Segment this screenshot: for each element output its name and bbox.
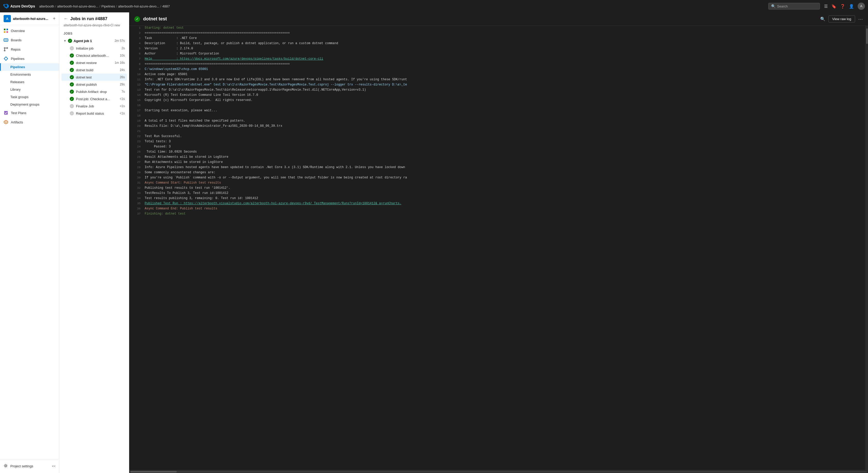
log-line: 9C:\windows\system32\chcp.com 65001 bbox=[129, 67, 865, 72]
svg-point-14 bbox=[5, 465, 6, 467]
log-line-number: 29 bbox=[132, 171, 141, 174]
breadcrumb-run[interactable]: 4887 bbox=[162, 4, 170, 8]
log-vertical-scrollbar[interactable] bbox=[865, 26, 868, 470]
report-build-job-duration: <1s bbox=[120, 111, 125, 115]
log-search-icon[interactable]: 🔍 bbox=[820, 16, 826, 22]
sidebar-subitem-library[interactable]: Library bbox=[0, 86, 59, 93]
test-plans-icon bbox=[4, 110, 8, 115]
log-line-number: 11 bbox=[132, 78, 141, 81]
log-line-number: 2 bbox=[132, 31, 141, 35]
agent-job-group-header[interactable]: ▼ ✓ Agent job 1 2m 57s bbox=[61, 37, 127, 45]
log-line-text: Some commonly encountered changes are: bbox=[145, 171, 862, 174]
log-line-text: C:\windows\system32\chcp.com 65001 bbox=[145, 67, 862, 71]
log-line: 18 bbox=[129, 113, 865, 119]
log-horizontal-scrollbar[interactable] bbox=[129, 470, 868, 473]
log-line-number: 25 bbox=[132, 150, 141, 154]
sidebar-item-pipelines-parent[interactable]: Pipelines bbox=[0, 54, 59, 63]
initialize-job-name: Initialize job bbox=[76, 46, 119, 50]
svg-rect-1 bbox=[6, 29, 8, 30]
job-item-finalize[interactable]: ○ Finalize Job <1s bbox=[61, 102, 127, 110]
sidebar-item-artifacts[interactable]: Artifacts bbox=[0, 117, 59, 127]
sidebar-subitem-task-groups[interactable]: Task groups bbox=[0, 93, 59, 101]
job-item-dotnet-build[interactable]: ✓ dotnet build 24s bbox=[61, 66, 127, 74]
search-box[interactable]: 🔍 bbox=[768, 3, 820, 9]
job-item-post-checkout[interactable]: ✓ Post-job: Checkout a... <1s bbox=[61, 95, 127, 102]
log-line: 8=======================================… bbox=[129, 62, 865, 67]
log-line-number: 19 bbox=[132, 119, 141, 123]
agent-job-status-icon: ✓ bbox=[68, 39, 72, 43]
collapse-sidebar-icon[interactable]: << bbox=[52, 465, 56, 468]
sidebar-item-repos[interactable]: Repos bbox=[0, 45, 59, 54]
job-item-dotnet-test[interactable]: ✓ dotnet test 26s bbox=[61, 74, 127, 81]
log-line-text[interactable]: Published Test Run : https://alterbooth.… bbox=[145, 202, 862, 205]
log-line-text: Version : 2.174.0 bbox=[145, 47, 862, 50]
breadcrumb-pipelines[interactable]: Pipelines bbox=[101, 4, 115, 8]
log-line: 34Test results publishing 3, remaining: … bbox=[129, 196, 865, 201]
sidebar-project-settings[interactable]: Project settings << bbox=[0, 461, 59, 471]
job-item-report-build[interactable]: ○ Report build status <1s bbox=[61, 110, 127, 117]
breadcrumb-project[interactable]: alterbooth-hol-azure-devo... bbox=[57, 4, 98, 8]
avatar[interactable]: A bbox=[858, 3, 865, 10]
search-input[interactable] bbox=[777, 4, 817, 8]
sidebar-item-boards[interactable]: Boards bbox=[0, 35, 59, 45]
sidebar-subitem-environments[interactable]: Environments bbox=[0, 71, 59, 78]
jobs-panel-subtitle: alterbooth-hol-azure-devops-r9vd-CI new bbox=[59, 24, 129, 30]
svg-rect-3 bbox=[6, 31, 8, 33]
log-line-number: 6 bbox=[132, 52, 141, 55]
job-item-initialize[interactable]: ○ Initialize job 2s bbox=[61, 45, 127, 52]
log-line-number: 1 bbox=[132, 26, 141, 29]
breadcrumb-org[interactable]: alterbooth bbox=[39, 4, 54, 8]
log-content[interactable]: 1Starting: dotnet test2=================… bbox=[129, 26, 865, 470]
sidebar-subitem-releases-label: Releases bbox=[10, 80, 24, 84]
log-line-number: 24 bbox=[132, 145, 141, 148]
sidebar-item-test-plans-label: Test Plans bbox=[11, 111, 56, 115]
log-panel: ✓ dotnet test 🔍 View raw log ⋯ 1Starting… bbox=[129, 12, 868, 473]
log-line-number: 37 bbox=[132, 212, 141, 215]
sidebar-item-test-plans[interactable]: Test Plans bbox=[0, 108, 59, 117]
bookmark-icon[interactable]: 🔖 bbox=[831, 4, 836, 9]
log-line: 16 bbox=[129, 103, 865, 108]
sidebar-subitem-releases[interactable]: Releases bbox=[0, 78, 59, 86]
report-build-job-name: Report build status bbox=[76, 111, 118, 115]
log-line-number: 34 bbox=[132, 197, 141, 200]
log-scrollbar-thumb[interactable] bbox=[866, 28, 868, 44]
log-line-text[interactable]: Help : https://docs.microsoft.com/azure/… bbox=[145, 57, 862, 61]
agent-job-duration: 2m 57s bbox=[115, 39, 125, 43]
pipelines-icon bbox=[4, 56, 8, 61]
back-button[interactable]: ← bbox=[64, 16, 68, 22]
dotnet-test-status-icon: ✓ bbox=[70, 75, 74, 79]
log-line-text: Total tests: 3 bbox=[145, 140, 862, 143]
post-checkout-job-name: Post-job: Checkout a... bbox=[76, 97, 118, 101]
log-panel-inner: 1Starting: dotnet test2=================… bbox=[129, 26, 868, 470]
log-line-text: Publishing test results to test run '100… bbox=[145, 186, 862, 190]
sidebar-subitem-pipelines[interactable]: Pipelines bbox=[0, 63, 59, 71]
breadcrumb-pipeline[interactable]: alterbooth-hol-azure-devo... bbox=[118, 4, 159, 8]
log-line: 23Total tests: 3 bbox=[129, 139, 865, 144]
log-line: 35Published Test Run : https://alterboot… bbox=[129, 201, 865, 207]
list-icon[interactable]: ☰ bbox=[824, 4, 828, 9]
log-line-number: 22 bbox=[132, 135, 141, 138]
dotnet-publish-job-duration: 29s bbox=[120, 82, 125, 86]
log-line-number: 5 bbox=[132, 47, 141, 50]
sidebar-subitem-deployment-groups[interactable]: Deployment groups bbox=[0, 101, 59, 108]
job-item-dotnet-publish[interactable]: ✓ dotnet publish 29s bbox=[61, 81, 127, 88]
log-line: 24 Passed: 3 bbox=[129, 144, 865, 150]
log-line-number: 35 bbox=[132, 202, 141, 205]
user-icon[interactable]: 👤 bbox=[849, 4, 854, 9]
log-more-options-icon[interactable]: ⋯ bbox=[858, 16, 863, 22]
org-icon: A bbox=[4, 15, 11, 22]
sidebar-item-overview[interactable]: Overview bbox=[0, 26, 59, 35]
log-line-text: Result Attachments will be stored in Log… bbox=[145, 155, 862, 159]
app-logo[interactable]: Azure DevOps bbox=[3, 3, 35, 9]
sidebar-org[interactable]: A alterbooth-hol-azure... + bbox=[0, 12, 59, 25]
breadcrumb-sep-4: / bbox=[160, 4, 161, 8]
view-raw-log-button[interactable]: View raw log bbox=[829, 15, 855, 23]
help-icon[interactable]: ❓ bbox=[840, 4, 845, 9]
job-item-dotnet-restore[interactable]: ✓ dotnet restore 1m 16s bbox=[61, 59, 127, 66]
log-scrollbar-horizontal-thumb[interactable] bbox=[130, 471, 177, 472]
job-item-checkout[interactable]: ✓ Checkout alterbooth... 10s bbox=[61, 52, 127, 59]
job-item-publish-artifact[interactable]: ✓ Publish Artifact: drop 7s bbox=[61, 88, 127, 95]
log-line-text: Async Command Start: Publish test result… bbox=[145, 181, 862, 184]
log-line-text: Finishing: dotnet test bbox=[145, 212, 862, 215]
add-project-icon[interactable]: + bbox=[53, 16, 56, 22]
